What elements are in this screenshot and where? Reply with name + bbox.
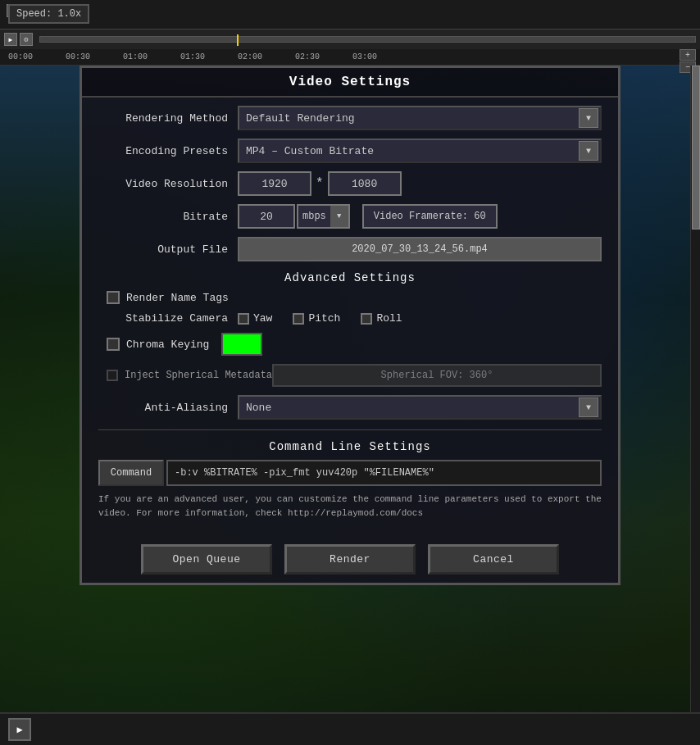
time-1: 00:30 [66,52,90,61]
command-value: -b:v %BITRATE% -pix_fmt yuv420p "%FILENA… [175,467,434,479]
roll-checkbox[interactable] [361,313,372,325]
output-file-row: Output File 2020_07_30_13_24_56.mp4 [98,237,602,261]
resolution-label: Video Resolution [98,178,238,190]
yaw-checkbox[interactable] [238,313,249,325]
aa-arrow-icon: ▼ [586,403,591,412]
encoding-presets-label: Encoding Presets [98,145,238,157]
bottom-play-button[interactable]: ▶ [8,718,31,741]
anti-aliasing-label: Anti-Aliasing [98,402,238,414]
pitch-option: Pitch [293,312,340,325]
zoom-in-button[interactable]: + [680,49,696,61]
command-line-title: Command Line Settings [98,440,602,453]
anti-aliasing-row: Anti-Aliasing None ▼ [98,395,602,420]
rendering-method-arrow: ▼ [579,108,598,128]
render-name-tags-checkbox[interactable] [107,291,120,304]
top-bar: ▶ Speed: 1.0x ▶ ⚙ [0,0,700,49]
bitrate-input[interactable] [238,204,295,229]
rendering-method-select[interactable]: Default Rendering ▼ [238,106,602,130]
anti-aliasing-arrow: ▼ [579,397,598,417]
timeline-bar[interactable] [39,36,696,43]
output-file-label: Output File [98,243,238,256]
roll-label: Roll [376,312,402,325]
output-file-box[interactable]: 2020_07_30_13_24_56.mp4 [238,237,602,261]
scrollbar-thumb[interactable] [692,66,700,229]
spherical-checkbox[interactable] [107,370,118,381]
time-6: 03:00 [352,52,377,61]
dialog-title: Video Settings [82,68,618,98]
bitrate-unit-selector[interactable]: mbps ▼ [297,204,350,229]
framerate-display: Video Framerate: 60 [362,204,498,229]
bottom-bar: ▶ [0,712,700,745]
chroma-keying-row: Chroma Keying [98,333,602,356]
video-settings-dialog: Video Settings Rendering Method Default … [80,66,620,585]
anti-aliasing-value: None [246,402,271,414]
yaw-label: Yaw [253,312,272,325]
time-labels: 00:00 00:30 01:00 01:30 02:00 02:30 03:0… [0,49,700,66]
time-0: 00:00 [8,52,33,61]
time-2: 01:00 [123,52,148,61]
time-5: 02:30 [295,52,320,61]
spherical-label: Inject Spherical Metadata [125,370,272,381]
open-queue-button[interactable]: Open Queue [141,544,272,575]
spherical-metadata-row: Inject Spherical Metadata Spherical FOV:… [98,364,602,387]
bitrate-row: Bitrate mbps ▼ Video Framerate: 60 [98,204,602,229]
encoding-presets-select[interactable]: MP4 – Custom Bitrate ▼ [238,139,602,163]
pitch-label: Pitch [308,312,340,325]
output-file-value: 2020_07_30_13_24_56.mp4 [352,243,488,255]
render-name-tags-row: Render Name Tags [98,291,602,304]
resolution-width-input[interactable] [238,171,311,196]
cancel-button[interactable]: Cancel [428,544,559,575]
rendering-method-value: Default Rendering [246,112,355,125]
time-4: 02:00 [238,52,262,61]
encoding-presets-value: MP4 – Custom Bitrate [246,145,374,157]
dialog-body: Rendering Method Default Rendering ▼ Enc… [82,98,618,538]
bitrate-unit-label: mbps [298,211,330,222]
render-button[interactable]: Render [284,544,416,575]
time-3: 01:30 [180,52,205,61]
chroma-keying-checkbox[interactable] [107,338,120,351]
stabilize-camera-label: Stabilize Camera [98,312,238,325]
render-name-tags-label: Render Name Tags [126,292,229,304]
timeline-settings-btn[interactable]: ⚙ [20,33,33,46]
command-row: Command -b:v %BITRATE% -pix_fmt yuv420p … [98,460,602,486]
advanced-settings-title: Advanced Settings [98,271,602,284]
bitrate-unit-arrow[interactable]: ▼ [330,206,348,227]
anti-aliasing-select[interactable]: None ▼ [238,395,602,420]
resolution-height-input[interactable] [328,171,402,196]
yaw-option: Yaw [238,312,272,325]
framerate-label: Video Framerate: 60 [374,211,486,222]
command-button[interactable]: Command [98,460,164,486]
resolution-row: Video Resolution * [98,171,602,196]
chroma-color-picker[interactable] [221,333,262,356]
spherical-fov-label: Spherical FOV: 360° [381,370,493,381]
help-text: If you are an advanced user, you can cus… [98,493,602,520]
pitch-checkbox[interactable] [293,313,304,325]
scrollbar[interactable] [690,66,700,712]
resolution-separator: * [316,176,324,191]
divider-1 [98,429,602,430]
encoding-presets-arrow: ▼ [579,141,598,161]
arrow-icon: ▼ [586,114,591,123]
chroma-keying-label: Chroma Keying [126,338,209,351]
rendering-method-row: Rendering Method Default Rendering ▼ [98,106,602,130]
speed-indicator: Speed: 1.0x [8,4,89,24]
encoding-presets-row: Encoding Presets MP4 – Custom Bitrate ▼ [98,139,602,163]
bottom-buttons: Open Queue Render Cancel [82,538,618,575]
bitrate-label: Bitrate [98,211,238,223]
timeline-play-btn[interactable]: ▶ [4,33,17,46]
timeline: ▶ ⚙ [0,29,700,49]
command-input[interactable]: -b:v %BITRATE% -pix_fmt yuv420p "%FILENA… [166,460,602,486]
spherical-fov-display: Spherical FOV: 360° [272,364,602,387]
timeline-marker [237,34,239,46]
stabilize-camera-row: Stabilize Camera Yaw Pitch Roll [98,312,602,325]
roll-option: Roll [361,312,402,325]
bottom-play-icon: ▶ [16,724,22,736]
bitrate-dropdown-icon: ▼ [337,212,341,220]
arrow-icon-2: ▼ [586,147,591,156]
speed-label: Speed: 1.0x [16,8,81,20]
rendering-method-label: Rendering Method [98,112,238,125]
